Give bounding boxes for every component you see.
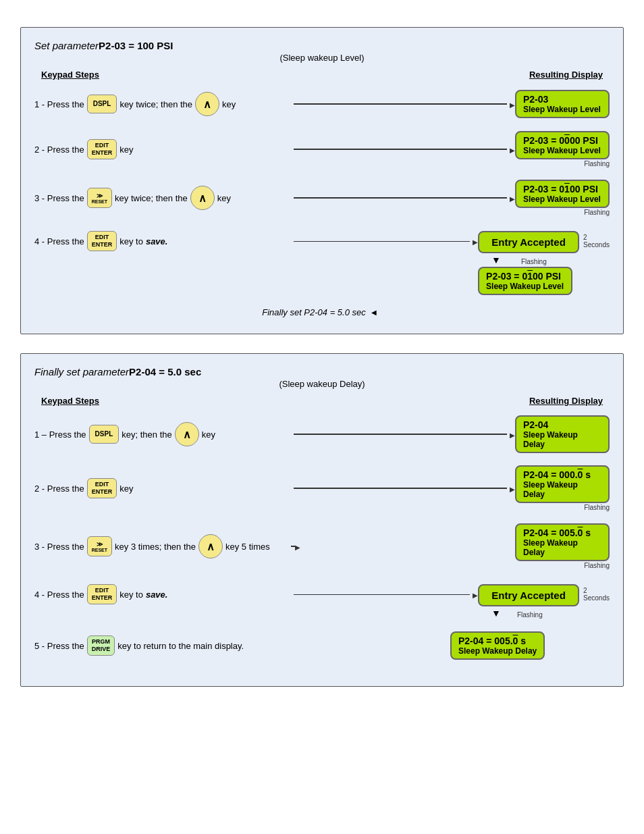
box1-step4-arrow [291, 236, 478, 246]
display-line2: Sleep Wakeup Level [523, 194, 601, 204]
display-line2: Sleep Wakeup Level [523, 105, 601, 114]
box2-step-3: 3 - Press the ≫RESET key 3 times; then t… [34, 523, 610, 569]
reset-key-1[interactable]: ≫RESET [87, 188, 112, 208]
entry-accepted-1: Entry Accepted [478, 231, 579, 253]
line6 [294, 488, 507, 489]
box1-step2-display: P2-03 = 0000 PSI Sleep Wakeup Level Flas… [515, 131, 610, 167]
box2-step1-right: P2-04 Sleep Wakeup Delay [515, 415, 610, 453]
arrow-right-4 [473, 236, 478, 246]
box1-step-1: 1 - Press the DSPL key twice; then the ∧… [34, 89, 610, 119]
seconds-label-1: 2 Seconds [583, 234, 610, 249]
display-p204-5: P2-04 = 005.0 s Sleep Wakeup Delay [450, 631, 545, 660]
box2-step2-arrow [291, 484, 515, 494]
flashing-label-2: Flashing [584, 160, 610, 167]
display-p204-1: P2-04 Sleep Wakeup Delay [515, 415, 610, 453]
display-p203-4: P2-03 = 0100 PSI Sleep Wakeup Level [478, 267, 572, 295]
display-line1: P2-03 = 0100 PSI [486, 271, 564, 282]
box2-step3-display: P2-04 = 005.0 s Sleep Wakeup Delay Flash… [515, 523, 610, 569]
box2-step4-text1: 4 - Press the [34, 590, 84, 600]
down-arrow-row-2: ▼ Flashing [478, 608, 543, 619]
box2-step3-arrow [291, 542, 515, 552]
box1-col-left: Keypad Steps [41, 70, 99, 80]
box1-step3-text2: key twice; then the [115, 193, 188, 203]
line2 [294, 149, 507, 150]
left-arrow-1: ◀ [371, 309, 377, 316]
box2-step3-right: P2-04 = 005.0 s Sleep Wakeup Delay Flash… [515, 523, 610, 569]
box2-step1-text2: key; then the [122, 429, 171, 440]
box2-step-5: 5 - Press the PRGMDRIVE key to return to… [34, 631, 610, 660]
box2-step3-text3: key 5 times [225, 542, 270, 552]
flashing-label-7: Flashing [517, 611, 543, 619]
prgm-drive-key[interactable]: PRGMDRIVE [87, 635, 115, 656]
box2-step3-text1: 3 - Press the [34, 542, 84, 552]
dspl-key-2[interactable]: DSPL [89, 425, 119, 444]
box2-step4-entry-wrapper: Entry Accepted 2 Seconds [478, 584, 610, 606]
box2-step4-right: Entry Accepted 2 Seconds ▼ Flashing [478, 584, 610, 619]
display-line1: P2-04 = 000.0 s [523, 469, 601, 480]
box1-step2-right: P2-03 = 0000 PSI Sleep Wakeup Level Flas… [515, 131, 610, 167]
box1-step3-left: 3 - Press the ≫RESET key twice; then the… [34, 186, 291, 210]
arrow-right-6 [510, 484, 515, 494]
up-key-3[interactable]: ∧ [175, 422, 199, 446]
flashing-label-4: Flashing [521, 258, 547, 265]
display-line1: P2-03 [523, 94, 601, 105]
box2-step5-text2: key to return to the main display. [117, 641, 244, 651]
display-p203-1: P2-03 Sleep Wakeup Level [515, 90, 610, 118]
edit-enter-key-3[interactable]: EDITENTER [87, 478, 117, 498]
box1-step1-right: P2-03 Sleep Wakeup Level [515, 90, 610, 118]
box1-step4-text1: 4 - Press the [34, 236, 84, 246]
edit-enter-key-1[interactable]: EDITENTER [87, 139, 117, 159]
box2-col-left: Keypad Steps [41, 396, 99, 406]
box2-step1-text3: key [202, 429, 215, 440]
reset-key-2[interactable]: ≫RESET [87, 536, 112, 556]
box2-title-bold: P2-04 = 5.0 sec [129, 366, 201, 377]
box1-step3-text1: 3 - Press the [34, 193, 84, 203]
box2-step2-right: P2-04 = 000.0 s Sleep Wakeup Delay Flash… [515, 465, 610, 511]
box1-step4-left: 4 - Press the EDITENTER key to save. [34, 231, 291, 251]
box2-title: Finally set parameterP2-04 = 5.0 sec [34, 366, 610, 377]
edit-enter-key-2[interactable]: EDITENTER [87, 231, 117, 251]
box1-step4-right: Entry Accepted 2 Seconds ▼ Flashing P2-0… [478, 231, 610, 295]
box2-step2-text2: key [119, 484, 133, 494]
box1-step4-save: save. [146, 236, 168, 246]
box1-subtitle: (Sleep wakeup Level) [34, 53, 610, 63]
flashing-label-6: Flashing [584, 562, 610, 569]
edit-enter-key-4[interactable]: EDITENTER [87, 584, 117, 604]
up-key-2[interactable]: ∧ [190, 186, 215, 210]
line4 [294, 241, 470, 242]
box2-step4-left: 4 - Press the EDITENTER key to save. [34, 584, 291, 604]
display-line2: Sleep Wakeup Delay [458, 646, 537, 656]
box2-step1-arrow [291, 429, 515, 440]
box1-step2-text2: key [119, 145, 133, 155]
box1-step2-left: 2 - Press the EDITENTER key [34, 139, 291, 159]
box2-col-right: Resulting Display [529, 396, 603, 406]
arrow-right-3 [510, 193, 515, 203]
seconds-label-2: 2 Seconds [583, 587, 610, 602]
box1-title-bold: P2-03 = 100 PSI [99, 40, 173, 51]
box1-final-row: Finally set P2-04 = 5.0 sec ◀ [34, 307, 610, 317]
flashing-label-3: Flashing [584, 209, 610, 216]
box2-step2-text1: 2 - Press the [34, 484, 84, 494]
line3 [294, 197, 507, 199]
display-line2: Sleep Wakeup Level [486, 282, 564, 291]
dspl-key-1[interactable]: DSPL [87, 95, 117, 113]
display-line2: Sleep Wakeup Delay [523, 430, 601, 449]
arrow-right-1 [510, 99, 515, 109]
display-p204-3: P2-04 = 005.0 s Sleep Wakeup Delay [515, 523, 610, 561]
display-line1: P2-04 = 005.0 s [523, 527, 601, 538]
up-key-4[interactable]: ∧ [198, 534, 223, 558]
display-p203-2: P2-03 = 0000 PSI Sleep Wakeup Level [515, 131, 610, 159]
up-key-1[interactable]: ∧ [195, 92, 219, 116]
box1-step3-arrow [291, 193, 515, 203]
display-p203-3: P2-03 = 0100 PSI Sleep Wakeup Level [515, 180, 610, 208]
display-line1: P2-04 = 005.0 s [458, 635, 537, 646]
box2-step-1: 1 – Press the DSPL key; then the ∧ key P… [34, 415, 610, 453]
box1-step4-below: ▼ Flashing P2-03 = 0100 PSI Sleep Wakeup… [478, 255, 572, 295]
box1-columns-header: Keypad Steps Resulting Display [34, 70, 610, 80]
box2-step5-left: 5 - Press the PRGMDRIVE key to return to… [34, 635, 291, 656]
box1-final-text: Finally set P2-04 = 5.0 sec [262, 307, 366, 317]
box2-subtitle: (Sleep wakeup Delay) [34, 379, 610, 389]
box1-step3-display: P2-03 = 0100 PSI Sleep Wakeup Level Flas… [515, 180, 610, 216]
box2-step-2: 2 - Press the EDITENTER key P2-04 = 000.… [34, 465, 610, 511]
line7 [294, 594, 470, 596]
